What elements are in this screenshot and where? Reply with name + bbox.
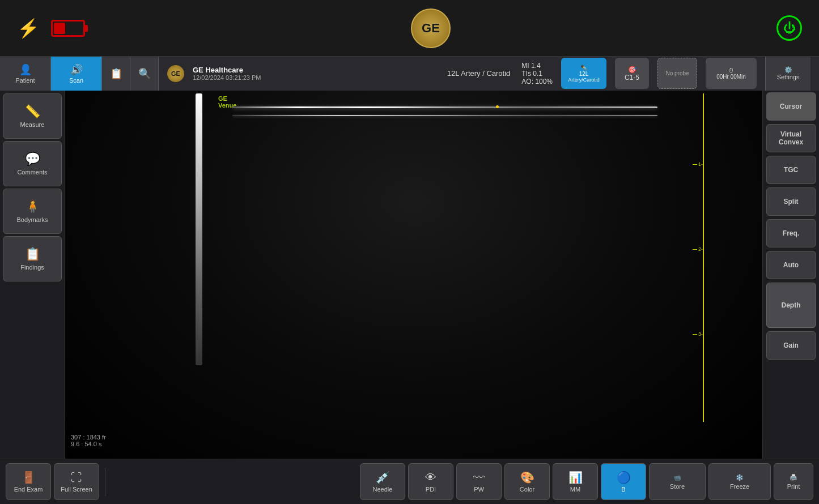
full-screen-icon: ⛶ <box>71 471 82 484</box>
vertical-scan-bar <box>196 93 202 365</box>
pw-label: PW <box>474 486 484 493</box>
ao-value: AO: 100% <box>521 78 553 86</box>
virtual-convex-label: VirtualConvex <box>779 130 803 146</box>
power-button[interactable]: ⏻ <box>776 15 802 41</box>
mm-icon: 📊 <box>568 471 583 484</box>
tgc-button[interactable]: TGC <box>766 156 816 184</box>
split-button[interactable]: Split <box>766 187 816 216</box>
pdi-label: PDI <box>426 486 436 493</box>
active-probe-button[interactable]: ✒️ 12L Artery/Carotid <box>561 58 606 89</box>
end-exam-button[interactable]: 🚪 End Exam <box>6 463 51 500</box>
c15-label: C1-5 <box>625 74 639 82</box>
store-button[interactable]: 📹 Store <box>649 463 706 500</box>
document-button[interactable]: 📋 <box>102 57 130 91</box>
pdi-button[interactable]: 👁 PDI <box>408 463 453 500</box>
patient-icon: 👤 <box>19 63 32 76</box>
c15-icon: 🎯 <box>628 66 636 74</box>
comments-button[interactable]: 💬 Comments <box>3 141 62 186</box>
findings-button[interactable]: 📋 Findings <box>3 236 62 281</box>
echo-line-2 <box>232 115 657 116</box>
right-toolbar: Cursor VirtualConvex TGC Split Freq. Aut… <box>762 91 819 459</box>
ruler-mark-1: 1- <box>693 161 703 167</box>
patient-label: Patient <box>15 77 35 84</box>
auto-label: Auto <box>783 261 799 269</box>
full-screen-label: Full Screen <box>61 486 92 493</box>
findings-label: Findings <box>20 264 44 271</box>
datetime: 12/02/2024 03:21:23 PM <box>193 74 261 81</box>
store-label: Store <box>670 483 685 490</box>
search-icon: 🔍 <box>138 67 151 80</box>
freq-button[interactable]: Freq. <box>766 219 816 247</box>
store-icon: 📹 <box>673 474 681 481</box>
split-label: Split <box>784 198 799 206</box>
b-mode-icon: 🔵 <box>617 471 631 484</box>
timer-button[interactable]: ⏱ 00Hr 00Min <box>706 58 757 89</box>
header-text: GE Healthcare 12/02/2024 03:21:23 PM <box>193 66 261 81</box>
gain-button[interactable]: Gain <box>766 331 816 360</box>
tgc-label: TGC <box>784 166 798 174</box>
scan-area[interactable]: GEVenue 1- 2- 3- 307 : 1843 fr 9.6 : 54.… <box>65 91 762 459</box>
document-icon: 📋 <box>110 67 122 80</box>
mm-label: MM <box>570 486 580 493</box>
header-info: GE GE Healthcare 12/02/2024 03:21:23 PM … <box>159 57 819 91</box>
ruler-line <box>703 93 704 422</box>
measure-label: Measure <box>20 121 45 128</box>
no-probe-label: No probe <box>665 70 689 76</box>
battery-icon <box>51 20 85 37</box>
patient-nav-button[interactable]: 👤 Patient <box>0 57 51 91</box>
header-probe-info: 12L Artery / Carotid MI 1.4 TIs 0.1 AO: … <box>447 62 553 86</box>
active-probe-sub: Artery/Carotid <box>568 77 600 83</box>
settings-icon: ⚙️ <box>784 66 792 74</box>
header-nav: 👤 Patient 🔊 Scan 📋 🔍 GE GE Healthcare 12… <box>0 57 819 91</box>
print-button[interactable]: 🖨️ Print <box>774 463 813 500</box>
mi-value: MI 1.4 <box>521 62 553 70</box>
store-freeze-group: 📹 Store ❄️ Freeze <box>649 463 771 500</box>
pw-button[interactable]: 〰 PW <box>456 463 502 500</box>
b-mode-button[interactable]: 🔵 B <box>601 463 646 500</box>
virtual-convex-button[interactable]: VirtualConvex <box>766 124 816 152</box>
active-probe-label: 12L <box>579 71 589 77</box>
frame-info-line1: 307 : 1843 fr <box>71 434 106 441</box>
top-bar-left: ⚡ <box>17 18 85 39</box>
ruler: 1- 2- 3- <box>694 93 704 422</box>
company-name: GE Healthcare <box>193 66 261 74</box>
c15-probe-button[interactable]: 🎯 C1-5 <box>615 58 649 89</box>
end-exam-icon: 🚪 <box>22 471 36 484</box>
scan-background <box>65 91 762 459</box>
needle-label: Needle <box>373 486 393 493</box>
comments-icon: 💬 <box>25 152 40 166</box>
bodymarks-button[interactable]: 🧍 Bodymarks <box>3 189 62 234</box>
left-toolbar: 📏 Measure 💬 Comments 🧍 Bodymarks 📋 Findi… <box>0 91 65 459</box>
plug-icon: ⚡ <box>17 18 40 39</box>
cursor-button[interactable]: Cursor <box>766 92 816 121</box>
timer-value: 00Hr 00Min <box>716 74 746 80</box>
depth-button[interactable]: Depth <box>766 283 816 328</box>
findings-icon: 📋 <box>25 247 40 262</box>
probe-icon: ✒️ <box>580 65 587 71</box>
measure-button[interactable]: 📏 Measure <box>3 93 62 139</box>
no-probe-button[interactable]: No probe <box>657 58 697 89</box>
color-button[interactable]: 🎨 Color <box>504 463 550 500</box>
scan-nav-button[interactable]: 🔊 Scan <box>51 57 102 91</box>
tis-value: TIs 0.1 <box>521 70 553 78</box>
full-screen-button[interactable]: ⛶ Full Screen <box>54 463 99 500</box>
search-button[interactable]: 🔍 <box>130 57 159 91</box>
frame-info-line2: 9.6 : 54.0 s <box>71 441 106 447</box>
auto-button[interactable]: Auto <box>766 251 816 279</box>
mm-button[interactable]: 📊 MM <box>553 463 598 500</box>
ge-logo: GE <box>411 8 451 48</box>
settings-button[interactable]: ⚙️ Settings <box>765 57 810 91</box>
freeze-button[interactable]: ❄️ Freeze <box>708 463 771 500</box>
print-icon: 🖨️ <box>790 474 797 481</box>
separator-1 <box>105 468 105 496</box>
settings-label: Settings <box>777 74 800 80</box>
power-icon: ⏻ <box>783 21 796 36</box>
print-label: Print <box>787 483 800 490</box>
echo-line-1 <box>232 106 657 108</box>
main-content: 📏 Measure 💬 Comments 🧍 Bodymarks 📋 Findi… <box>0 91 819 459</box>
needle-button[interactable]: 💉 Needle <box>360 463 405 500</box>
scan-cursor-dot <box>496 105 499 108</box>
end-exam-label: End Exam <box>14 486 43 493</box>
needle-icon: 💉 <box>376 471 390 484</box>
cursor-label: Cursor <box>780 102 802 110</box>
